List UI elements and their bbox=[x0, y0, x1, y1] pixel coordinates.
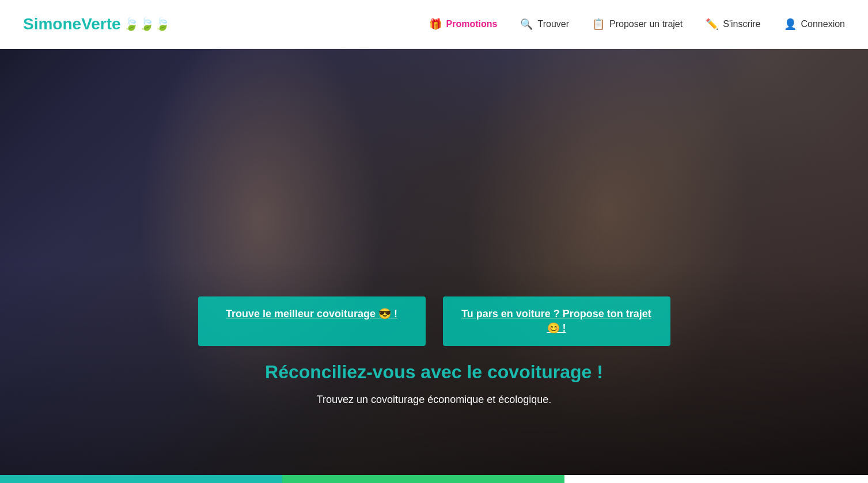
nav-inscrire[interactable]: ✏️ S'inscrire bbox=[706, 18, 760, 31]
nav-connexion[interactable]: 👤 Connexion bbox=[784, 18, 846, 31]
propose-trip-link[interactable]: Tu pars en voiture ? Propose ton trajet … bbox=[461, 308, 651, 334]
nav-proposer[interactable]: 📋 Proposer un trajet bbox=[592, 18, 683, 31]
header: SimoneVerte 🍃🍃🍃 🎁 Promotions 🔍 Trouver 📋… bbox=[0, 0, 868, 49]
banner-simoneverte: SimoneVerte, le bbox=[564, 475, 868, 483]
main-nav: 🎁 Promotions 🔍 Trouver 📋 Proposer un tra… bbox=[429, 18, 845, 31]
find-rideshare-button[interactable]: Trouve le meilleur covoiturage 😎 ! bbox=[198, 296, 426, 346]
pencil-icon: ✏️ bbox=[706, 18, 718, 31]
banner-promo: Promotion : 10 € bbox=[282, 475, 564, 483]
logo-leaves-icon: 🍃🍃🍃 bbox=[123, 17, 170, 32]
hero-buttons: Trouve le meilleur covoiturage 😎 ! Tu pa… bbox=[198, 296, 670, 346]
banner-help: Aidez-nous à faire bbox=[0, 475, 282, 483]
bottom-banners: Aidez-nous à faire Promotion : 10 € Simo… bbox=[0, 475, 868, 483]
nav-trouver[interactable]: 🔍 Trouver bbox=[520, 18, 569, 31]
nav-inscrire-label: S'inscrire bbox=[723, 19, 760, 29]
hero-subtitle: Trouvez un covoiturage économique et éco… bbox=[317, 394, 552, 406]
find-rideshare-link[interactable]: Trouve le meilleur covoiturage 😎 ! bbox=[226, 308, 397, 320]
propose-trip-button[interactable]: Tu pars en voiture ? Propose ton trajet … bbox=[443, 296, 670, 346]
logo-simone: Simone bbox=[23, 15, 81, 33]
gift-icon: 🎁 bbox=[429, 18, 442, 31]
nav-promotions-label: Promotions bbox=[446, 19, 498, 29]
nav-promotions[interactable]: 🎁 Promotions bbox=[429, 18, 498, 31]
logo[interactable]: SimoneVerte 🍃🍃🍃 bbox=[23, 15, 170, 33]
user-icon: 👤 bbox=[784, 18, 797, 31]
nav-trouver-label: Trouver bbox=[537, 19, 569, 29]
search-icon: 🔍 bbox=[520, 18, 533, 31]
hero-section: Trouve le meilleur covoiturage 😎 ! Tu pa… bbox=[0, 49, 868, 475]
logo-verte: Verte bbox=[81, 15, 121, 33]
nav-connexion-label: Connexion bbox=[801, 19, 846, 29]
hero-title: Réconciliez-vous avec le covoiturage ! bbox=[265, 362, 603, 383]
clipboard-icon: 📋 bbox=[592, 18, 605, 31]
nav-proposer-label: Proposer un trajet bbox=[609, 19, 683, 29]
